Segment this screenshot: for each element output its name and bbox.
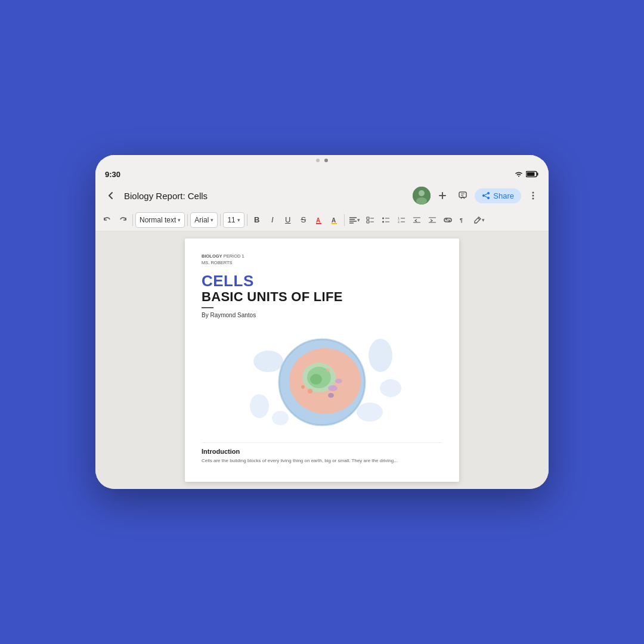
document-page: BIOLOGY PERIOD 1 MS. ROBERTS CELLS BASIC… [185, 239, 459, 482]
svg-line-12 [485, 196, 487, 197]
formatting-toolbar: Normal text ▾ Arial ▾ 11 ▾ B I U S A [95, 209, 549, 231]
align-button[interactable]: ▾ [347, 212, 362, 228]
checklist-button[interactable] [363, 212, 377, 228]
app-bar: Biology Report: Cells [95, 182, 549, 209]
status-bar: 9:30 [95, 166, 549, 182]
svg-point-28 [382, 217, 384, 219]
cell-illustration [202, 327, 442, 434]
svg-point-60 [326, 369, 330, 372]
insert-link-button[interactable] [441, 212, 455, 228]
paragraph-style-dropdown[interactable]: Normal text ▾ [135, 212, 185, 228]
svg-rect-26 [367, 221, 369, 223]
svg-point-10 [487, 197, 490, 199]
tablet-top-bar [95, 155, 549, 166]
title-divider [202, 307, 213, 308]
separator-1 [132, 214, 133, 226]
svg-point-30 [382, 221, 384, 222]
svg-point-55 [335, 379, 342, 383]
svg-point-13 [532, 192, 534, 194]
camera-dot [316, 159, 320, 162]
svg-point-58 [301, 385, 305, 389]
separator-2 [187, 214, 188, 226]
svg-point-14 [532, 195, 534, 197]
decrease-indent-button[interactable] [410, 212, 424, 228]
chevron-down-icon: ▾ [178, 217, 181, 223]
status-icons [514, 171, 539, 178]
document-area: BIOLOGY PERIOD 1 MS. ROBERTS CELLS BASIC… [95, 231, 549, 489]
bold-button[interactable]: B [250, 212, 264, 228]
svg-point-15 [532, 198, 534, 200]
intro-heading: Introduction [202, 448, 442, 455]
svg-point-9 [487, 192, 490, 194]
separator-3 [220, 214, 221, 226]
document-header: BIOLOGY PERIOD 1 MS. ROBERTS [202, 253, 442, 267]
comments-button[interactable] [454, 187, 471, 204]
svg-line-11 [485, 194, 487, 195]
italic-button[interactable]: I [265, 212, 280, 228]
camera-lens [324, 159, 328, 162]
svg-rect-1 [527, 172, 535, 176]
font-dropdown[interactable]: Arial ▾ [190, 212, 218, 228]
bullet-list-button[interactable] [379, 212, 393, 228]
separator-5 [344, 214, 345, 226]
period-label: PERIOD 1 [224, 253, 244, 259]
document-subtitle: BASIC UNITS OF LIFE [202, 289, 442, 305]
svg-rect-17 [316, 223, 321, 224]
app-bar-actions: Share [413, 187, 541, 205]
add-button[interactable] [434, 187, 451, 204]
format-options-button[interactable]: ¶ [456, 212, 470, 228]
chevron-down-icon: ▾ [482, 217, 485, 223]
more-options-button[interactable] [525, 187, 541, 204]
back-button[interactable] [103, 187, 119, 204]
undo-button[interactable] [100, 212, 114, 228]
svg-point-43 [253, 351, 283, 372]
underline-button[interactable]: U [281, 212, 295, 228]
svg-point-54 [328, 385, 338, 391]
svg-point-53 [310, 374, 322, 385]
intro-text: Cells are the building blocks of every l… [202, 457, 442, 464]
svg-text:2.: 2. [398, 220, 400, 224]
svg-text:¶: ¶ [460, 217, 463, 223]
teacher-label: MS. ROBERTS [202, 260, 233, 265]
highlight-button[interactable]: A [327, 212, 342, 228]
numbered-list-button[interactable]: 1. 2. [394, 212, 408, 228]
redo-button[interactable] [116, 212, 130, 228]
svg-point-57 [308, 389, 312, 394]
svg-point-8 [482, 194, 485, 197]
text-color-button[interactable]: A [312, 212, 326, 228]
svg-rect-19 [332, 223, 337, 224]
share-icon [482, 191, 490, 200]
chevron-down-icon: ▾ [237, 217, 240, 223]
svg-point-46 [357, 402, 383, 422]
svg-text:A: A [316, 217, 320, 224]
svg-point-45 [380, 379, 401, 397]
pen-button[interactable]: ▾ [472, 212, 487, 228]
svg-point-4 [416, 197, 427, 205]
document-main-title: CELLS [202, 273, 442, 290]
document-title: Biology Report: Cells [124, 191, 408, 201]
share-button[interactable]: Share [475, 188, 521, 203]
chevron-down-icon: ▾ [357, 217, 360, 223]
biology-label: BIOLOGY [202, 253, 222, 259]
svg-rect-24 [367, 217, 369, 219]
introduction-section: Introduction Cells are the building bloc… [202, 442, 442, 464]
strikethrough-button[interactable]: S [296, 212, 311, 228]
battery-icon [526, 171, 539, 178]
user-avatar[interactable] [413, 187, 431, 205]
svg-point-44 [369, 339, 392, 372]
tablet: 9:30 Biology Report: Cells [95, 155, 549, 489]
svg-point-47 [250, 394, 269, 418]
svg-text:A: A [332, 217, 336, 224]
font-size-dropdown[interactable]: 11 ▾ [223, 212, 244, 228]
separator-4 [247, 214, 247, 226]
svg-point-56 [328, 393, 334, 398]
status-time: 9:30 [105, 170, 120, 179]
chevron-down-icon: ▾ [210, 217, 213, 223]
document-author: By Raymond Santos [202, 312, 442, 318]
svg-point-3 [419, 190, 425, 196]
increase-indent-button[interactable] [425, 212, 439, 228]
svg-point-59 [335, 391, 339, 395]
wifi-icon [514, 171, 524, 178]
svg-point-48 [272, 411, 289, 425]
